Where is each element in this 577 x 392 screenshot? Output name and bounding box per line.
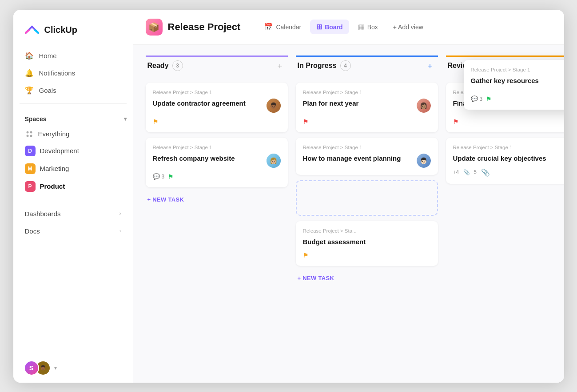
card-breadcrumb-2: Release Project > Stage 1 (153, 145, 281, 150)
notifications-icon: 🔔 (25, 69, 34, 77)
card-header-7: Update crucial key objectives (453, 154, 564, 163)
clip-num-7: 5 (474, 169, 477, 175)
sidebar-item-goals-label: Goals (39, 87, 56, 94)
card-avatar-3: 👩🏽 (417, 99, 431, 113)
card-manage-event[interactable]: Release Project > Stage 1 How to manage … (296, 138, 438, 175)
flag-green-icon-2: ⚑ (168, 173, 174, 180)
card-plan-next-year[interactable]: Release Project > Stage 1 Plan for next … (296, 83, 438, 132)
sidebar-item-home[interactable]: 🏠 Home (19, 47, 127, 64)
spaces-chevron-icon[interactable]: ▾ (124, 116, 127, 122)
sidebar-divider (20, 103, 127, 104)
marketing-label: Marketing (40, 165, 69, 172)
sidebar-item-notifications[interactable]: 🔔 Notifications (19, 64, 127, 82)
svg-point-1 (30, 131, 32, 133)
flag-orange-icon-5b: ⚑ (303, 252, 309, 259)
card-breadcrumb-5b: Release Project > Sta... (303, 228, 431, 234)
goals-icon: 🏆 (25, 86, 34, 95)
view-board-button[interactable]: ⊞ Board (310, 20, 349, 34)
sidebar-item-home-label: Home (39, 52, 57, 59)
user-avatars: S 👨🏾 (24, 360, 51, 376)
project-title: Release Project (168, 21, 241, 33)
card-title-1: Update contractor agreement (153, 99, 246, 108)
card-update-contractor[interactable]: Release Project > Stage 1 Update contrac… (146, 83, 288, 132)
add-view-button[interactable]: + Add view (387, 20, 430, 34)
card-breadcrumb-3: Release Project > Stage 1 (303, 90, 431, 95)
sidebar-item-everything[interactable]: Everything (19, 126, 127, 142)
topbar-views: 📅 Calendar ⊞ Board ▦ Box + Add view (258, 20, 430, 34)
card-title-7: Update crucial key objectives (453, 154, 546, 163)
extra-count-7: +4 (453, 169, 459, 175)
paperclip-icon-7b: 📎 (481, 168, 490, 177)
card-header-1: Update contractor agreement 👨🏾 (153, 99, 281, 113)
column-count-inprogress: 4 (340, 60, 351, 71)
column-header-ready: Ready 3 ＋ (146, 55, 288, 77)
column-title-ready: Ready (147, 62, 169, 70)
floating-drag-card[interactable]: ⊕ Release Project > Stage 1 Gather key r… (464, 60, 564, 110)
clip-count-7: 📎 (463, 169, 470, 175)
floating-card-breadcrumb: Release Project > Stage 1 (471, 67, 564, 72)
card-budget-assessment[interactable]: Release Project > Sta... Budget assessme… (296, 221, 438, 266)
new-task-inprogress-label: + NEW TASK (298, 275, 334, 281)
docs-label: Docs (25, 227, 40, 235)
floating-card-footer: 💬 3 ⚑ (471, 95, 564, 103)
board-icon: ⊞ (316, 23, 322, 31)
column-inprogress: In Progress 4 ＋ Release Project > Stage … (296, 55, 438, 285)
dashboards-arrow-icon: › (119, 210, 121, 217)
card-header-2: Refresh company website 👩🏼 (153, 154, 281, 168)
sidebar-item-marketing[interactable]: M Marketing (19, 160, 127, 178)
everything-label: Everything (38, 130, 70, 138)
card-footer-2: 💬 3 ⚑ (153, 173, 281, 180)
flag-red-icon-6: ⚑ (453, 118, 459, 125)
card-header-3: Plan for next year 👩🏽 (303, 99, 431, 113)
card-placeholder (296, 180, 438, 216)
project-icon: 📦 (146, 19, 163, 36)
sidebar-item-dashboards[interactable]: Dashboards › (19, 206, 127, 222)
card-footer-5b: ⚑ (303, 252, 431, 259)
sidebar-item-product[interactable]: P Product (19, 178, 127, 195)
sidebar-divider-2 (20, 200, 127, 200)
avatar-user-s[interactable]: S (24, 360, 39, 376)
svg-point-0 (26, 131, 28, 133)
sidebar-item-docs[interactable]: Docs › (19, 223, 127, 239)
marketing-badge: M (25, 163, 36, 174)
comment-icon-2: 💬 (153, 173, 160, 180)
box-icon: ▦ (358, 23, 365, 31)
view-box-button[interactable]: ▦ Box (352, 20, 384, 34)
sidebar-item-notifications-label: Notifications (39, 69, 76, 77)
calendar-icon: 📅 (264, 23, 273, 31)
column-title-inprogress: In Progress (298, 62, 337, 70)
docs-arrow-icon: › (119, 228, 121, 234)
card-footer-1: ⚑ (153, 118, 281, 125)
spaces-label: Spaces (25, 115, 47, 123)
calendar-label: Calendar (276, 24, 301, 31)
card-title-5b: Budget assessment (303, 237, 366, 246)
floating-comment-icon: 💬 (471, 95, 478, 102)
user-menu-arrow-icon[interactable]: ▾ (54, 365, 57, 371)
add-view-label: + Add view (393, 24, 423, 31)
card-title-3: Plan for next year (303, 99, 359, 108)
home-icon: 🏠 (25, 51, 34, 60)
sidebar-navigation: 🏠 Home 🔔 Notifications 🏆 Goals (13, 47, 133, 99)
floating-flag-icon: ⚑ (486, 95, 492, 103)
new-task-inprogress[interactable]: + NEW TASK (296, 271, 438, 285)
view-calendar-button[interactable]: 📅 Calendar (258, 20, 307, 34)
new-task-ready[interactable]: + NEW TASK (146, 193, 288, 206)
column-add-inprogress[interactable]: ＋ (424, 59, 436, 72)
card-breadcrumb-7: Release Project > Stage 1 (453, 145, 564, 150)
column-add-ready[interactable]: ＋ (274, 59, 286, 72)
card-refresh-website[interactable]: Release Project > Stage 1 Refresh compan… (146, 138, 288, 187)
card-breadcrumb-4: Release Project > Stage 1 (303, 145, 431, 150)
dashboards-label: Dashboards (25, 210, 61, 218)
sidebar: ClickUp 🏠 Home 🔔 Notifications 🏆 Goals S… (13, 10, 133, 383)
clickup-logo-icon (24, 22, 40, 38)
svg-point-3 (30, 135, 32, 137)
card-header-5b: Budget assessment (303, 237, 431, 246)
sidebar-bottom: S 👨🏾 ▾ (13, 353, 133, 383)
app-window: ClickUp 🏠 Home 🔔 Notifications 🏆 Goals S… (13, 10, 564, 383)
sidebar-item-development[interactable]: D Development (19, 142, 127, 160)
floating-comment-count: 💬 3 (471, 95, 483, 102)
card-update-objectives[interactable]: Release Project > Stage 1 Update crucial… (446, 138, 564, 184)
sidebar-item-goals[interactable]: 🏆 Goals (19, 82, 127, 99)
everything-icon (25, 130, 34, 139)
card-title-2: Refresh company website (153, 154, 235, 163)
